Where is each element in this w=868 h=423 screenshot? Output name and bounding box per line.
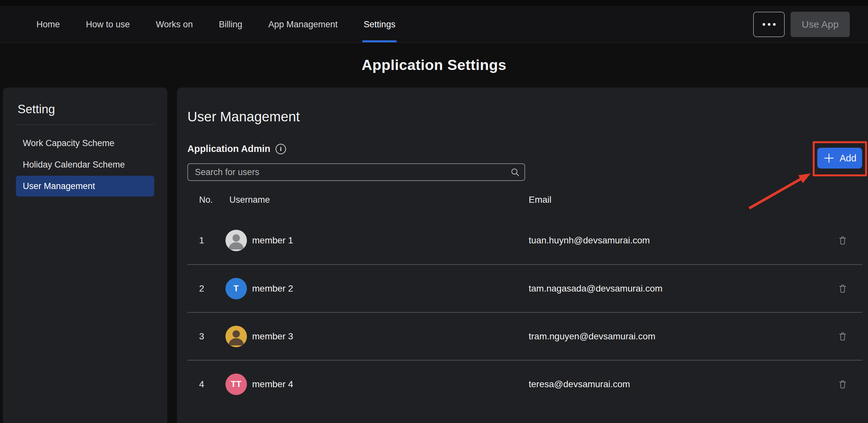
nav-item-settings[interactable]: Settings xyxy=(364,6,396,42)
panel-title: User Management xyxy=(187,109,862,125)
delete-button[interactable] xyxy=(836,234,849,247)
avatar-photo xyxy=(225,326,247,347)
content-area: Setting Work Capacity SchemeHoliday Cale… xyxy=(0,88,868,423)
add-button-label: Add xyxy=(840,153,857,164)
window-top-strip xyxy=(0,0,868,6)
nav-right-actions: Use App xyxy=(753,6,868,42)
trash-icon xyxy=(838,236,847,245)
row-number: 2 xyxy=(187,283,225,294)
email: tam.nagasada@devsamurai.com xyxy=(529,283,823,294)
table-body: 1 member 1tuan.huynh@devsamurai.com 2Tme… xyxy=(187,216,862,408)
nav-item-home[interactable]: Home xyxy=(36,6,60,42)
sidebar-divider xyxy=(16,125,154,125)
sidebar-item-holiday-calendar-scheme[interactable]: Holiday Calendar Scheme xyxy=(16,154,154,175)
search-bar xyxy=(187,163,525,181)
nav-item-how-to-use[interactable]: How to use xyxy=(86,6,130,42)
table-header: No. Username Email xyxy=(187,191,862,209)
row-number: 1 xyxy=(187,235,225,246)
table-row: 1 member 1tuan.huynh@devsamurai.com xyxy=(187,216,862,264)
trash-icon xyxy=(838,380,847,389)
user-management-panel: User Management Application Admin i No. … xyxy=(177,88,868,423)
nav-item-works-on[interactable]: Works on xyxy=(156,6,193,42)
add-button[interactable]: Add xyxy=(817,148,862,169)
sidebar-item-user-management[interactable]: User Management xyxy=(16,176,154,197)
top-navbar: HomeHow to useWorks onBillingApp Managem… xyxy=(0,6,868,42)
nav-tabs: HomeHow to useWorks onBillingApp Managem… xyxy=(36,6,395,42)
avatar-initials: T xyxy=(225,278,247,299)
search-input[interactable] xyxy=(187,163,525,181)
delete-button[interactable] xyxy=(836,282,849,296)
page-title: Application Settings xyxy=(362,57,506,73)
email: tuan.huynh@devsamurai.com xyxy=(529,235,823,246)
table-row: 4TTmember 4teresa@devsamurai.com xyxy=(187,360,862,408)
username: member 2 xyxy=(252,283,293,294)
email: teresa@devsamurai.com xyxy=(529,379,823,390)
person-icon xyxy=(225,230,247,251)
username: member 1 xyxy=(252,235,293,246)
settings-sidebar: Setting Work Capacity SchemeHoliday Cale… xyxy=(3,88,167,423)
email: tram.nguyen@devsamurai.com xyxy=(529,331,823,342)
delete-button[interactable] xyxy=(836,377,849,391)
column-header-no: No. xyxy=(187,195,225,205)
column-header-email: Email xyxy=(529,194,823,205)
nav-item-app-management[interactable]: App Management xyxy=(269,6,338,42)
person-icon xyxy=(225,326,247,347)
column-header-username: Username xyxy=(225,195,529,205)
sidebar-item-work-capacity-scheme[interactable]: Work Capacity Scheme xyxy=(16,133,154,154)
use-app-button[interactable]: Use App xyxy=(790,12,850,37)
sidebar-nav: Work Capacity SchemeHoliday Calendar Sch… xyxy=(16,133,154,197)
info-icon[interactable]: i xyxy=(276,144,286,154)
trash-icon xyxy=(838,284,847,294)
delete-button[interactable] xyxy=(836,330,849,343)
users-table: No. Username Email 1 member 1tuan.huynh@… xyxy=(187,191,862,408)
page-header: Application Settings xyxy=(0,42,868,88)
plus-icon xyxy=(823,152,835,164)
more-button[interactable] xyxy=(753,12,785,37)
username: member 4 xyxy=(252,379,293,390)
search-icon xyxy=(510,167,520,178)
admin-section-header: Application Admin i xyxy=(187,144,862,154)
admin-section-label: Application Admin xyxy=(187,144,270,154)
ellipsis-icon xyxy=(763,23,776,26)
row-number: 4 xyxy=(187,379,225,390)
table-row: 2Tmember 2tam.nagasada@devsamurai.com xyxy=(187,264,862,312)
avatar-initials: TT xyxy=(225,373,247,395)
username: member 3 xyxy=(252,331,293,342)
table-row: 3 member 3tram.nguyen@devsamurai.com xyxy=(187,312,862,360)
trash-icon xyxy=(838,332,847,341)
sidebar-title: Setting xyxy=(18,102,153,116)
avatar-photo xyxy=(225,230,247,251)
row-number: 3 xyxy=(187,331,225,342)
nav-item-billing[interactable]: Billing xyxy=(219,6,242,42)
